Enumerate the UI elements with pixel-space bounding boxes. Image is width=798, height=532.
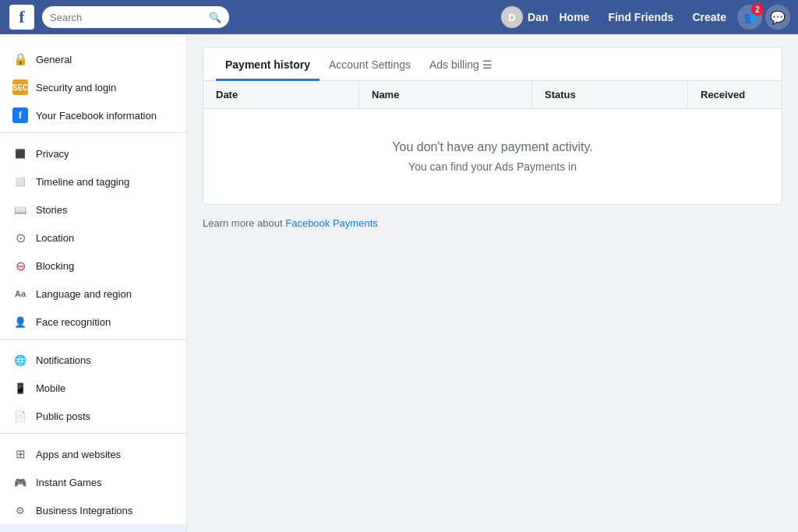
facebook-payments-link[interactable]: Facebook Payments	[285, 217, 378, 229]
sidebar-label-security: Security and login	[36, 82, 116, 93]
sidebar-section-privacy: Privacy Timeline and tagging 📖 Stories ⊙…	[0, 136, 186, 340]
privacy-icon	[12, 146, 28, 161]
sidebar-item-privacy[interactable]: Privacy	[0, 139, 186, 167]
notifications-icon: 🌐	[12, 352, 28, 368]
stories-icon: 📖	[12, 202, 28, 217]
business-icon: ⚙	[12, 502, 28, 518]
sidebar-item-games[interactable]: 🎮 Instant Games	[0, 468, 186, 496]
sidebar-label-general: General	[36, 54, 72, 65]
sidebar: 🔒 General SEC Security and login f Your …	[0, 34, 187, 532]
sidebar-item-location[interactable]: ⊙ Location	[0, 224, 186, 252]
sidebar-label-stories: Stories	[36, 204, 67, 216]
tab-account-settings[interactable]: Account Settings	[320, 48, 420, 81]
security-icon: SEC	[12, 79, 28, 95]
location-icon: ⊙	[12, 230, 28, 245]
public-posts-icon: 📄	[12, 408, 28, 424]
blocking-icon: ⊖	[12, 258, 28, 273]
page-wrapper: 🔒 General SEC Security and login f Your …	[0, 34, 798, 532]
header-nav: D Dan Home Find Friends Create 2	[501, 5, 790, 30]
create-link[interactable]: Create	[684, 6, 734, 28]
sidebar-label-facebook-info: Your Facebook information	[36, 110, 157, 122]
sidebar-item-general[interactable]: 🔒 General	[0, 45, 186, 73]
sidebar-label-apps: Apps and websites	[36, 449, 121, 460]
sidebar-item-facebook-info[interactable]: f Your Facebook information	[0, 101, 186, 129]
tab-payment-history[interactable]: Payment history	[216, 48, 320, 81]
sidebar-item-mobile[interactable]: 📱 Mobile	[0, 374, 186, 402]
search-input[interactable]	[50, 12, 209, 23]
messenger-icon	[770, 10, 786, 25]
sidebar-item-stories[interactable]: 📖 Stories	[0, 196, 186, 224]
face-icon: 👤	[12, 314, 28, 329]
language-icon: Aа	[12, 286, 28, 301]
tab-ads-billing[interactable]: Ads billing ☰	[420, 48, 502, 81]
sidebar-item-payments[interactable]: ▬ Payments	[0, 524, 186, 532]
search-icon: 🔍	[209, 12, 221, 23]
facebook-icon: f	[12, 107, 28, 123]
tab-bar: Payment history Account Settings Ads bil…	[203, 48, 782, 81]
messenger-icon-button[interactable]	[765, 5, 790, 30]
apps-icon: ⊞	[12, 446, 28, 462]
sidebar-label-language: Language and region	[36, 288, 132, 300]
learn-more-section: Learn more about Facebook Payments	[203, 205, 782, 235]
sidebar-label-privacy: Privacy	[36, 148, 69, 160]
sidebar-label-notifications: Notifications	[36, 354, 91, 366]
user-profile[interactable]: D Dan	[501, 6, 548, 28]
empty-state: You don't have any payment activity. You…	[203, 109, 782, 204]
friends-icon-button[interactable]: 2	[737, 5, 762, 30]
col-status: Status	[532, 81, 688, 108]
sidebar-label-mobile: Mobile	[36, 382, 65, 394]
home-link[interactable]: Home	[552, 6, 598, 28]
learn-more-text: Learn more about	[203, 217, 285, 229]
table-header: Date Name Status Received	[203, 81, 782, 109]
user-name: Dan	[528, 11, 548, 23]
empty-subtitle: You can find your Ads Payments in	[216, 160, 769, 173]
sidebar-item-timeline[interactable]: Timeline and tagging	[0, 167, 186, 196]
timeline-icon	[12, 174, 28, 189]
main-content: Payment history Account Settings Ads bil…	[187, 34, 798, 532]
sidebar-item-face-recognition[interactable]: 👤 Face recognition	[0, 308, 186, 336]
sidebar-label-location: Location	[36, 232, 74, 244]
find-friends-link[interactable]: Find Friends	[600, 6, 681, 28]
fb-logo-container[interactable]: f	[8, 3, 36, 31]
search-bar[interactable]: 🔍	[42, 6, 229, 28]
sidebar-section-notif: 🌐 Notifications 📱 Mobile 📄 Public posts	[0, 343, 186, 434]
sidebar-item-business[interactable]: ⚙ Business Integrations	[0, 496, 186, 524]
sidebar-item-apps[interactable]: ⊞ Apps and websites	[0, 440, 186, 468]
sidebar-label-timeline: Timeline and tagging	[36, 176, 129, 188]
sidebar-section-account: 🔒 General SEC Security and login f Your …	[0, 42, 186, 133]
sidebar-section-apps: ⊞ Apps and websites 🎮 Instant Games ⚙ Bu…	[0, 437, 186, 532]
sidebar-item-public-posts[interactable]: 📄 Public posts	[0, 402, 186, 430]
sidebar-item-language[interactable]: Aа Language and region	[0, 280, 186, 308]
empty-title: You don't have any payment activity.	[216, 140, 769, 154]
sidebar-label-games: Instant Games	[36, 477, 102, 488]
mobile-icon: 📱	[12, 380, 28, 396]
top-navbar: f 🔍 D Dan Home Find Friends Create 2	[0, 0, 798, 34]
col-date: Date	[203, 81, 359, 108]
sidebar-item-security[interactable]: SEC Security and login	[0, 73, 186, 101]
content-panel: Payment history Account Settings Ads bil…	[203, 47, 782, 205]
sidebar-item-blocking[interactable]: ⊖ Blocking	[0, 252, 186, 280]
facebook-logo: f	[9, 5, 34, 30]
friends-badge: 2	[751, 3, 764, 16]
sidebar-item-notifications[interactable]: 🌐 Notifications	[0, 346, 186, 374]
sidebar-label-blocking: Blocking	[36, 260, 74, 272]
avatar: D	[501, 6, 523, 28]
col-received: Received	[688, 81, 782, 108]
games-icon: 🎮	[12, 474, 28, 490]
col-name: Name	[359, 81, 532, 108]
sidebar-label-business: Business Integrations	[36, 505, 132, 516]
sidebar-label-public-posts: Public posts	[36, 410, 90, 422]
sidebar-label-face: Face recognition	[36, 316, 111, 328]
lock-icon: 🔒	[12, 51, 28, 67]
